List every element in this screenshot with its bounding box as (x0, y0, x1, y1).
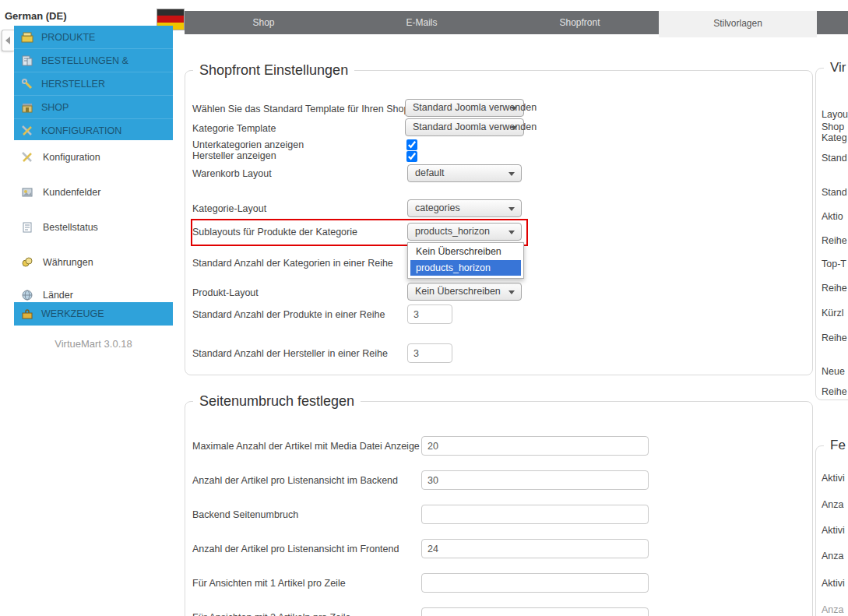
frontend-list-input[interactable] (421, 539, 649, 558)
right-field-label: Top-T (822, 259, 846, 269)
field-label: Produkt-Layout (192, 287, 259, 298)
field-label: Für Ansichten mit 1 Artikel pro Zeile (192, 578, 346, 589)
field-label: Standard Anzahl der Produkte in einer Re… (192, 309, 385, 320)
sidebar-item-hersteller[interactable]: HERSTELLER (14, 72, 173, 96)
right-field-label: Reihe (822, 235, 847, 246)
sidebar-item-konfiguration[interactable]: Konfiguration (14, 140, 173, 174)
category-template-select[interactable]: Standard Joomla verwenden (405, 118, 524, 136)
template-select[interactable]: Standard Joomla verwenden (405, 99, 524, 117)
category-layout-select[interactable]: categories (407, 199, 522, 217)
field-label: Kategorie-Layout (192, 203, 266, 214)
tools-icon (21, 308, 33, 320)
field-label: Anzahl der Artikel pro Listenansicht im … (192, 544, 399, 554)
section-title: Vir (824, 60, 848, 76)
sidebar-item-label: Bestellstatus (43, 222, 98, 233)
select-value: Standard Joomla verwenden (413, 102, 537, 113)
shop-icon (21, 101, 33, 114)
sublayout-dropdown-list: Kein Überschreiben products_horizon (407, 242, 524, 279)
field-label: Standard Anzahl der Kategorien in einer … (192, 258, 393, 269)
chevron-down-icon (508, 231, 515, 234)
section-title: Seitenumbruch festlegen (193, 393, 361, 410)
field-label: Für Ansichten mit 2 Artikeln pro Zeile (192, 612, 351, 616)
sidebar-item-kundenfelder[interactable]: Kundenfelder (14, 175, 173, 209)
sidebar-item-label: BESTELLUNGEN & (41, 55, 128, 66)
products-per-row-input[interactable] (407, 304, 452, 324)
right-field-label: Layou (822, 109, 848, 120)
sidebar-item-label: HERSTELLER (41, 79, 105, 90)
field-label: Warenkorb Layout (192, 168, 272, 179)
right-field-label: Aktivi (822, 525, 845, 536)
sidebar-item-bestellstatus[interactable]: Bestellstatus (14, 210, 173, 245)
sidebar-item-werkzeuge[interactable]: WERKZEUGE (14, 302, 173, 326)
virtuemart-config-page: German (DE) Shop E-Mails Shopfront Stilv… (0, 0, 848, 616)
sidebar-item-label: WERKZEUGE (41, 308, 104, 319)
field-label: Kategorie Template (192, 123, 276, 134)
right-field-label: Reihe (822, 283, 847, 294)
config-tab-bar: Shop E-Mails Shopfront Stilvorlagen (185, 11, 848, 34)
select-value: Standard Joomla verwenden (413, 121, 537, 132)
right-field-label: Anza (822, 499, 844, 510)
right-field-label: Aktio (822, 211, 843, 222)
field-label: Unterkategorien anzeigen (192, 139, 304, 150)
show-subcategories-checkbox[interactable] (406, 139, 417, 150)
order-status-icon (21, 221, 33, 234)
right-field-label: Reihe (822, 386, 847, 397)
right-field-label: Aktivi (822, 473, 845, 484)
virtuemart-version: VirtueMart 3.0.18 (14, 338, 173, 350)
sidebar-item-label: KONFIGURATION (41, 125, 121, 136)
chevron-down-icon (511, 126, 517, 130)
sidebar-item-label: Konfiguration (43, 152, 100, 163)
sidebar-collapse-handle[interactable] (2, 30, 14, 51)
manufacturers-per-row-input[interactable] (407, 343, 452, 363)
show-manufacturers-checkbox[interactable] (406, 151, 417, 162)
sidebar-item-label: Kundenfelder (43, 187, 100, 198)
sidebar-item-bestellungen[interactable]: BESTELLUNGEN & (14, 49, 173, 72)
chevron-down-icon (511, 107, 517, 111)
select-value: categories (415, 202, 460, 213)
tab-stilvorlagen[interactable]: Stilvorlagen (659, 11, 817, 37)
chevron-down-icon (508, 172, 515, 176)
sidebar-item-label: Länder (43, 290, 73, 301)
section-title: Shopfront Einstellungen (193, 62, 354, 79)
dropdown-option-kein-ueberschreiben[interactable]: Kein Überschreiben (408, 243, 523, 260)
sidebar-item-konfiguration-main[interactable]: KONFIGURATION (14, 119, 173, 143)
sublayout-select[interactable]: products_horizon (407, 223, 522, 241)
max-media-input[interactable] (421, 436, 649, 456)
right-field-label: Anza (822, 604, 844, 615)
currencies-icon (21, 256, 33, 269)
sidebar-item-waehrungen[interactable]: Währungen (14, 245, 173, 280)
sidebar-item-label: SHOP (41, 102, 69, 113)
tab-emails[interactable]: E-Mails (343, 11, 501, 34)
custom-fields-icon (21, 186, 33, 199)
chevron-down-icon (508, 290, 515, 294)
configuration-icon (21, 125, 33, 137)
field-label: Wählen Sie das Standard Template für Ihr… (192, 104, 409, 114)
sidebar-item-shop[interactable]: SHOP (14, 96, 173, 119)
sidebar-item-label: PRODUKTE (41, 32, 95, 43)
right-field-label: Kürzl (822, 308, 843, 319)
configuration-icon (21, 151, 33, 164)
tab-shop[interactable]: Shop (185, 11, 343, 34)
partial-row-input[interactable] (421, 607, 649, 616)
right-field-label: Aktivi (822, 578, 845, 589)
cart-layout-select[interactable]: default (407, 164, 522, 182)
countries-icon (21, 289, 33, 301)
product-layout-select[interactable]: Kein Überschreiben (407, 283, 522, 301)
one-per-row-input[interactable] (421, 573, 649, 593)
tab-shopfront[interactable]: Shopfront (501, 11, 659, 34)
field-label: Backend Seitenumbruch (192, 509, 298, 520)
select-value: products_horizon (415, 226, 490, 237)
right-field-label: Shop (822, 121, 844, 132)
right-field-label: Reihe (822, 333, 847, 343)
backend-list-input[interactable] (421, 470, 649, 490)
field-label: Anzahl der Artikel pro Listenansicht im … (192, 475, 398, 486)
right-field-label: Anza (822, 551, 844, 561)
dropdown-option-products-horizon[interactable]: products_horizon (410, 260, 521, 276)
chevron-down-icon (508, 207, 515, 211)
select-value: default (415, 167, 445, 178)
sidebar-item-produkte[interactable]: PRODUKTE (14, 26, 173, 49)
backend-pagination-input[interactable] (421, 505, 649, 524)
language-label: German (DE) (5, 10, 66, 22)
field-label: Hersteller anzeigen (192, 150, 276, 161)
products-icon (21, 31, 33, 44)
